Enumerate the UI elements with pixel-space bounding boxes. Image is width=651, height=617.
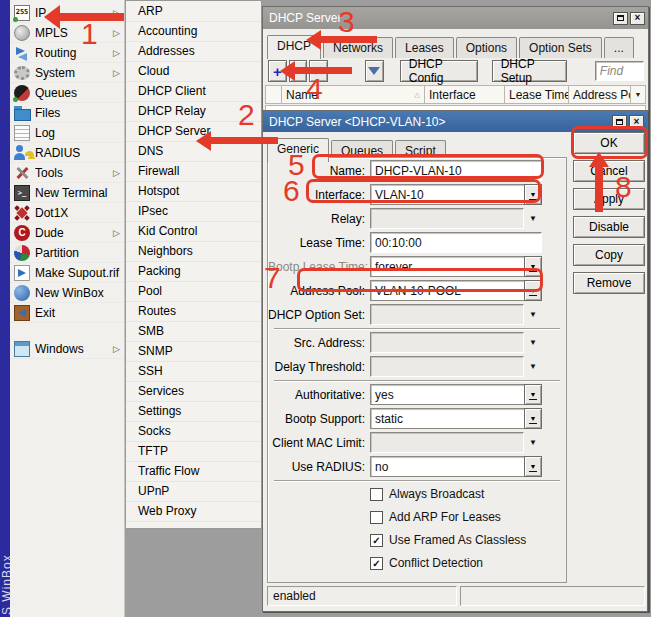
mpls-icon <box>14 25 30 41</box>
src-address-input[interactable] <box>370 332 524 353</box>
submenu-item-settings[interactable]: Settings <box>126 402 261 422</box>
sidebar-item-radius[interactable]: RADIUS <box>10 143 124 163</box>
authoritative-dropdown-button[interactable]: ▼ <box>524 384 542 405</box>
lease-time-input[interactable]: 00:10:00 <box>370 232 542 253</box>
column-icon[interactable] <box>265 85 282 104</box>
submenu-item-dns[interactable]: DNS <box>126 142 261 162</box>
column-lease-time[interactable]: Lease Time <box>505 85 569 104</box>
bootp-support-input[interactable]: static <box>370 408 524 429</box>
close-button[interactable]: × <box>630 12 645 25</box>
submenu-item-services[interactable]: Services <box>126 382 261 402</box>
submenu-item-pool[interactable]: Pool <box>126 282 261 302</box>
annotation-box-7 <box>297 268 543 292</box>
winbox-globe-icon <box>14 285 30 301</box>
sidebar-item-log[interactable]: Log <box>10 123 124 143</box>
submenu-item-ipsec[interactable]: IPsec <box>126 202 261 222</box>
authoritative-input[interactable]: yes <box>370 384 524 405</box>
checkbox-add-arp-for-leases[interactable]: Add ARP For Leases <box>370 509 566 525</box>
sidebar-item-windows[interactable]: Windows▷ <box>10 339 124 359</box>
submenu-item-packing[interactable]: Packing <box>126 262 261 282</box>
sidebar-item-routing[interactable]: Routing▷ <box>10 43 124 63</box>
copy-button[interactable]: Copy <box>573 244 645 266</box>
find-input[interactable]: Find <box>595 61 644 81</box>
checkbox-group: Always Broadcast Add ARP For Leases ✓Use… <box>268 486 566 571</box>
checkbox-icon[interactable]: ✓ <box>370 557 383 570</box>
ip-icon: 255 <box>14 5 30 21</box>
dhcp-config-button[interactable]: DHCP Config <box>400 60 478 82</box>
client-mac-limit-input[interactable] <box>370 432 524 453</box>
submenu-item-snmp[interactable]: SNMP <box>126 342 261 362</box>
remove-button[interactable]: Remove <box>573 272 645 294</box>
submenu-item-web-proxy[interactable]: Web Proxy <box>126 502 261 522</box>
sidebar-item-tools[interactable]: Tools▷ <box>10 163 124 183</box>
sidebar-item-dude[interactable]: CDude▷ <box>10 223 124 243</box>
relay-dropdown-arrow[interactable]: ▼ <box>524 214 542 223</box>
dhcp-option-set-dropdown-arrow[interactable]: ▼ <box>524 310 542 319</box>
checkbox-conflict-detection[interactable]: ✓Conflict Detection <box>370 555 566 571</box>
cancel-button[interactable]: Cancel <box>573 160 645 182</box>
submenu-item-kid-control[interactable]: Kid Control <box>126 222 261 242</box>
use-radius-input[interactable]: no <box>370 456 524 477</box>
checkbox-icon[interactable] <box>370 511 383 524</box>
submenu-item-tftp[interactable]: TFTP <box>126 442 261 462</box>
submenu-item-arp[interactable]: ARP <box>126 2 261 22</box>
sidebar-item-mpls[interactable]: MPLS▷ <box>10 23 124 43</box>
delay-threshold-dropdown-arrow[interactable]: ▼ <box>524 362 542 371</box>
sidebar-item-new-winbox[interactable]: New WinBox <box>10 283 124 303</box>
checkbox-use-framed-as-classless[interactable]: ✓Use Framed As Classless <box>370 532 566 548</box>
dot1x-icon <box>14 205 30 221</box>
use-radius-dropdown-button[interactable]: ▼ <box>524 456 542 477</box>
annotation-arrow-2-shaft <box>209 137 278 144</box>
tab-option-sets[interactable]: Option Sets <box>519 37 602 58</box>
field-row-delay-threshold: Delay Threshold: ▼ <box>268 356 566 377</box>
apply-button[interactable]: Apply <box>573 188 645 210</box>
submenu-item-cloud[interactable]: Cloud <box>126 62 261 82</box>
disable-button[interactable]: Disable <box>573 216 645 238</box>
sidebar-item-queues[interactable]: Queues <box>10 83 124 103</box>
sidebar-item-partition[interactable]: Partition <box>10 243 124 263</box>
status-bar-left: enabled <box>267 586 457 606</box>
submenu-item-neighbors[interactable]: Neighbors <box>126 242 261 262</box>
tab-leases[interactable]: Leases <box>395 37 454 58</box>
submenu-item-ssh[interactable]: SSH <box>126 362 261 382</box>
sidebar-item-dot1x[interactable]: Dot1X <box>10 203 124 223</box>
submenu-item-traffic-flow[interactable]: Traffic Flow <box>126 462 261 482</box>
column-picker-button[interactable]: ▼ <box>631 85 646 104</box>
submenu-item-hotspot[interactable]: Hotspot <box>126 182 261 202</box>
bootp-support-dropdown-button[interactable]: ▼ <box>524 408 542 429</box>
checkbox-always-broadcast[interactable]: Always Broadcast <box>370 486 566 502</box>
terminal-icon: >_ <box>14 185 30 201</box>
column-interface[interactable]: Interface <box>425 85 505 104</box>
sidebar-item-system[interactable]: System▷ <box>10 63 124 83</box>
checkbox-icon[interactable] <box>370 488 383 501</box>
sidebar-item-files[interactable]: Files <box>10 103 124 123</box>
sidebar-item-new-terminal[interactable]: >_New Terminal <box>10 183 124 203</box>
dhcp-setup-button[interactable]: DHCP Setup <box>492 60 567 82</box>
delay-threshold-input[interactable] <box>370 356 524 377</box>
dhcp-option-set-input[interactable] <box>370 304 524 325</box>
tab-more[interactable]: ... <box>604 37 634 58</box>
submenu-item-routes[interactable]: Routes <box>126 302 261 322</box>
radius-user-key-icon <box>14 145 30 161</box>
checkbox-icon[interactable]: ✓ <box>370 534 383 547</box>
client-mac-limit-dropdown-arrow[interactable]: ▼ <box>524 438 542 447</box>
submenu-item-smb[interactable]: SMB <box>126 322 261 342</box>
relay-input[interactable] <box>370 208 524 229</box>
submenu-item-socks[interactable]: Socks <box>126 422 261 442</box>
submenu-item-firewall[interactable]: Firewall <box>126 162 261 182</box>
tab-options[interactable]: Options <box>456 37 517 58</box>
filter-button[interactable] <box>365 60 384 82</box>
field-row-client-mac-limit: Client MAC Limit: ▼ <box>268 432 566 453</box>
separator <box>274 480 560 482</box>
sidebar-item-exit[interactable]: Exit <box>10 303 124 323</box>
column-address-pool[interactable]: Address Poo <box>569 85 631 104</box>
src-address-dropdown-arrow[interactable]: ▼ <box>524 338 542 347</box>
submenu-item-upnp[interactable]: UPnP <box>126 482 261 502</box>
sidebar-item-make-supout[interactable]: Make Supout.rif <box>10 263 124 283</box>
submenu-item-accounting[interactable]: Accounting <box>126 22 261 42</box>
supout-file-icon <box>14 265 30 281</box>
submenu-item-addresses[interactable]: Addresses <box>126 42 261 62</box>
generic-tab-page: Name: DHCP-VLAN-10 Interface: VLAN-10▼ R… <box>267 157 567 583</box>
maximize-button[interactable] <box>613 12 628 25</box>
column-name[interactable]: Name△ <box>282 85 425 104</box>
